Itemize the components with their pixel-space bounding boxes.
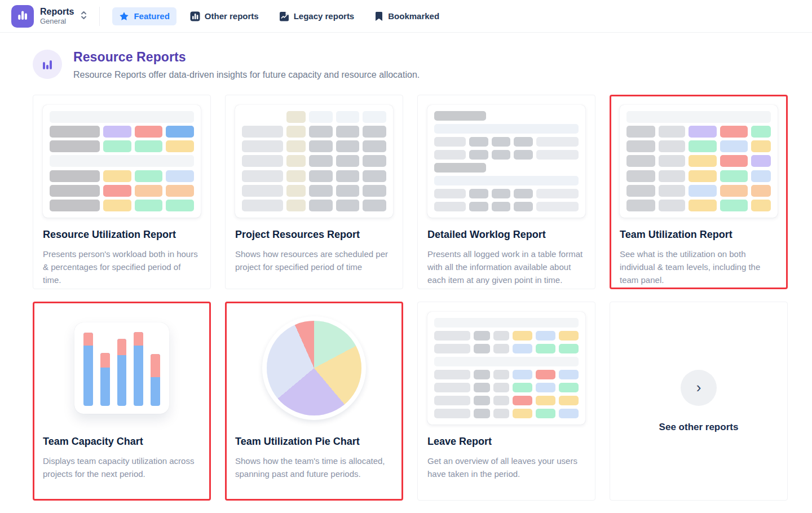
thumbnail-cell <box>720 170 748 182</box>
tab-label: Other reports <box>205 11 259 21</box>
thumbnail-cell <box>659 200 685 211</box>
app-switcher-button[interactable] <box>80 8 88 24</box>
thumbnail-row <box>434 370 579 379</box>
thumbnail-row <box>50 111 194 123</box>
top-bar: Reports General FeaturedOther reportsLeg… <box>0 0 812 33</box>
see-other-reports-button[interactable]: › <box>681 370 717 406</box>
thumbnail-cell <box>309 111 333 123</box>
bar-cap <box>100 353 110 368</box>
report-thumbnail-table <box>620 105 778 218</box>
thumbnail-row <box>242 200 386 211</box>
thumbnail-row <box>50 200 194 211</box>
thumbnail-cell <box>135 170 163 182</box>
report-card-description: Displays team capacity utilization acros… <box>43 454 201 480</box>
thumbnail-cell <box>514 150 533 160</box>
team-capacity-chart-card[interactable]: Team Capacity ChartDisplays team capacit… <box>33 302 211 501</box>
thumbnail-cell <box>434 396 470 405</box>
bar-chart-thumbnail <box>74 322 169 414</box>
thumbnail-cell <box>689 170 716 182</box>
thumbnail-cell <box>626 200 655 211</box>
app-title: Reports <box>40 7 74 17</box>
thumbnail-row <box>434 318 579 328</box>
report-card-title: Project Resources Report <box>235 229 393 241</box>
thumbnail-cell <box>309 185 333 197</box>
thumbnail-row <box>434 111 579 121</box>
thumbnail-cell <box>751 185 771 197</box>
thumbnail-cell <box>493 331 510 340</box>
stacked-bar <box>83 333 93 406</box>
thumbnail-cell <box>286 170 306 182</box>
chevron-up-down-icon <box>80 8 88 24</box>
thumbnail-cell <box>363 185 386 197</box>
thumbnail-cell <box>536 331 555 340</box>
main-content: Resource Reports Resource Reports offer … <box>0 50 812 501</box>
app-switcher-text: Reports General <box>40 7 74 26</box>
thumbnail-cell <box>434 137 466 147</box>
thumbnail-cell <box>626 126 655 138</box>
thumbnail-cell <box>309 200 333 211</box>
detailed-worklog-report-card[interactable]: Detailed Worklog ReportPresents all logg… <box>417 95 595 289</box>
thumbnail-row <box>242 126 386 138</box>
thumbnail-row <box>242 185 386 197</box>
thumbnail-cell <box>242 155 283 167</box>
thumbnail-cell <box>689 185 716 197</box>
thumbnail-cell <box>286 155 306 167</box>
thumbnail-cell <box>689 200 716 211</box>
thumbnail-cell <box>536 409 555 418</box>
chevron-right-icon: › <box>696 380 701 395</box>
thumbnail-row <box>434 189 579 198</box>
team-utilization-report-card[interactable]: Team Utilization ReportSee what is the u… <box>610 95 788 289</box>
thumbnail-cell <box>336 111 360 123</box>
stacked-bar <box>100 353 110 406</box>
thumbnail-cell <box>720 155 748 167</box>
thumbnail-row <box>434 396 579 405</box>
thumbnail-cell <box>336 185 360 197</box>
thumbnail-cell <box>286 140 306 152</box>
tab-legacy-reports[interactable]: Legacy reports <box>272 7 361 25</box>
report-card-grid: Resource Utilization ReportPresents pers… <box>33 95 788 501</box>
thumbnail-cell <box>493 409 510 418</box>
report-card-description: Shows how the team's time is allocated, … <box>235 454 393 480</box>
project-resources-report-card[interactable]: Project Resources ReportShows how resour… <box>225 95 403 289</box>
see-other-reports-card[interactable]: ›See other reports <box>610 302 788 501</box>
thumbnail-cell <box>103 170 131 182</box>
stacked-bar <box>134 332 143 406</box>
thumbnail-row <box>626 200 771 211</box>
leave-report-card[interactable]: Leave ReportGet an overview of all leave… <box>417 302 595 501</box>
thumbnail-cell <box>309 170 333 182</box>
thumbnail-row <box>626 155 771 167</box>
thumbnail-area <box>235 312 393 424</box>
thumbnail-row <box>50 140 194 152</box>
tab-featured[interactable]: Featured <box>112 7 176 25</box>
thumbnail-cell <box>474 331 490 340</box>
thumbnail-cell <box>659 140 685 152</box>
thumbnail-row <box>242 170 386 182</box>
thumbnail-cell <box>469 202 488 211</box>
bar-cap <box>83 333 93 346</box>
thumbnail-cell <box>720 200 748 211</box>
thumbnail-area <box>427 312 585 424</box>
team-utilization-pie-chart-card[interactable]: Team Utilization Pie ChartShows how the … <box>225 302 403 501</box>
thumbnail-row <box>242 111 386 123</box>
thumbnail-cell <box>659 155 685 167</box>
thumbnail-cell <box>659 126 685 138</box>
thumbnail-cell <box>166 126 194 138</box>
tab-bookmarked[interactable]: Bookmarked <box>368 7 446 25</box>
thumbnail-cell <box>751 155 771 167</box>
bookmark-icon <box>374 11 383 21</box>
thumbnail-area <box>235 105 393 218</box>
tab-label: Legacy reports <box>294 11 355 21</box>
thumbnail-cell <box>513 344 532 353</box>
thumbnail-row <box>434 409 579 418</box>
thumbnail-cell <box>689 126 716 138</box>
report-thumbnail-table <box>235 105 393 218</box>
resource-utilization-report-card[interactable]: Resource Utilization ReportPresents pers… <box>33 95 211 289</box>
thumbnail-cell <box>492 202 511 211</box>
thumbnail-cell <box>363 155 386 167</box>
thumbnail-cell <box>50 170 100 182</box>
tab-other-reports[interactable]: Other reports <box>183 7 266 25</box>
thumbnail-cell <box>434 409 470 418</box>
thumbnail-cell <box>286 126 306 138</box>
thumbnail-cell <box>363 170 386 182</box>
thumbnail-cell <box>659 185 685 197</box>
